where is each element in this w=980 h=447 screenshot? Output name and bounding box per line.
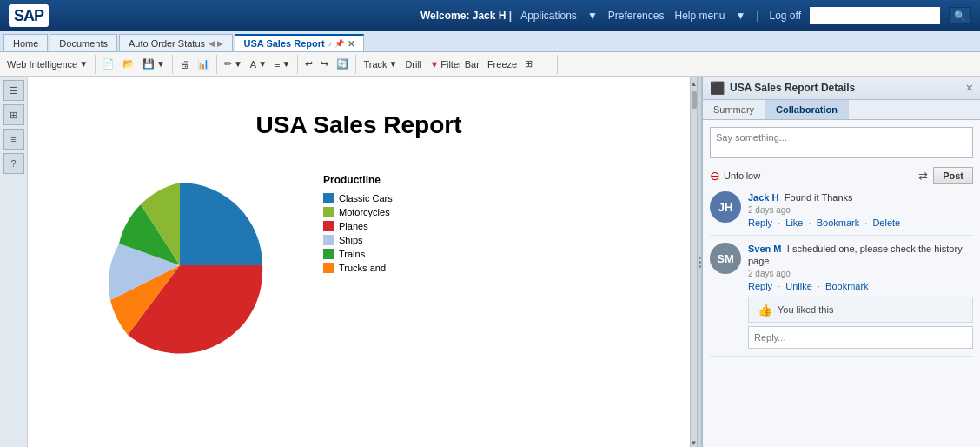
legend-item-motorcycles: Motorcycles [323, 207, 393, 217]
legend-title: Productline [323, 174, 393, 186]
applications-link[interactable]: Applications [520, 10, 577, 22]
delete-jack[interactable]: Delete [872, 217, 900, 228]
toolbar-group-track: Track ▼ Drill ▼ Filter Bar Freeze ⊞ ⋯ [360, 55, 558, 74]
left-sidebar: ☰ ⊞ ≡ ? [0, 77, 28, 447]
right-panel: ⬛ USA Sales Report Details × Summary Col… [702, 77, 980, 447]
chart-legend: Productline Classic Cars Motorcycles Pla… [323, 165, 393, 277]
unlike-sven[interactable]: Unlike [785, 281, 812, 291]
comment-time-sven: 2 days ago [748, 269, 973, 278]
sap-logo: SAP [9, 4, 49, 27]
main-content: ☰ ⊞ ≡ ? USA Sales Report [0, 77, 980, 447]
tab-auto-order-status[interactable]: Auto Order Status ◀ ▶ [119, 34, 233, 51]
legend-item-planes: Planes [323, 221, 393, 231]
refresh-collab-icon[interactable]: ⇄ [918, 170, 928, 183]
top-nav: Applications ▼ Preferences Help menu ▼ |… [520, 10, 801, 22]
forward-btn[interactable]: ↪ [317, 55, 332, 74]
new-btn[interactable]: 📄 [99, 55, 118, 74]
sidebar-icon-grid[interactable]: ⊞ [3, 104, 24, 125]
legend-item-trains: Trains [323, 249, 393, 259]
toolbar-group-nav: ↩ ↪ 🔄 [301, 55, 356, 74]
say-something-input[interactable] [710, 127, 973, 158]
toolbar-group-edit: ✏▼ A▼ ≡▼ [221, 55, 298, 74]
panel-tabs: Summary Collaboration [703, 100, 980, 120]
legend-color-trucks [323, 263, 334, 273]
user-name: Jack H [473, 10, 507, 22]
edit-btn[interactable]: ✏▼ [221, 55, 246, 74]
unfollow-button[interactable]: ⊖ Unfollow [710, 169, 760, 183]
scroll-thumb[interactable] [692, 91, 697, 109]
search-button[interactable]: 🔍 [949, 7, 971, 24]
legend-color-ships [323, 235, 334, 245]
tab-collaboration[interactable]: Collaboration [765, 100, 849, 119]
toolbar: Web Intelligence ▼ 📄 📂 💾▼ 🖨 📊 ✏▼ A▼ ≡▼ ↩… [0, 52, 980, 77]
drill-btn[interactable]: Drill [401, 55, 425, 74]
tab-usa-sales-report[interactable]: USA Sales Report ♪ 📌 ✕ [235, 34, 364, 51]
report-area: USA Sales Report [28, 77, 690, 447]
tab-summary[interactable]: Summary [703, 100, 765, 119]
reply-sven[interactable]: Reply [748, 281, 772, 291]
format-btn[interactable]: A▼ [247, 55, 270, 74]
logoff-link[interactable]: Log off [770, 10, 801, 22]
legend-label-planes: Planes [339, 221, 368, 231]
welcome-text: Welcome: Jack H | [420, 10, 512, 22]
panel-close-icon[interactable]: × [966, 81, 973, 95]
toolbar-group-print: 🖨 📊 [176, 55, 217, 74]
scroll-indicator: ▲ ▼ [690, 77, 697, 447]
legend-label-trucks: Trucks and [339, 263, 386, 273]
you-liked-block: 👍 You liked this [748, 297, 973, 323]
legend-label-ships: Ships [339, 235, 363, 245]
preferences-link[interactable]: Preferences [608, 10, 665, 22]
thumbs-up-icon: 👍 [758, 303, 772, 317]
sidebar-icon-list[interactable]: ≡ [3, 129, 24, 150]
reply-input[interactable] [748, 326, 973, 349]
comment-content-sven: Sven M I scheduled one, please check the… [748, 243, 973, 349]
tab-home[interactable]: Home [3, 34, 48, 51]
more-btn[interactable]: ⊞ [521, 55, 536, 74]
options-btn[interactable]: ⋯ [537, 55, 553, 74]
bookmark-sven[interactable]: Bookmark [825, 281, 869, 291]
export-btn[interactable]: 📊 [194, 55, 213, 74]
back-btn[interactable]: ↩ [301, 55, 316, 74]
sidebar-icon-help[interactable]: ? [3, 153, 24, 174]
legend-label-trains: Trains [339, 249, 365, 259]
welcome-prefix: Welcome: [420, 10, 469, 22]
legend-label-motorcycles: Motorcycles [339, 207, 390, 217]
data-btn[interactable]: ≡▼ [271, 55, 294, 74]
you-liked-text: You liked this [778, 304, 833, 315]
bookmark-jack[interactable]: Bookmark [817, 217, 860, 228]
save-btn[interactable]: 💾▼ [139, 55, 169, 74]
tab-documents[interactable]: Documents [50, 34, 117, 51]
post-button[interactable]: Post [933, 167, 973, 184]
comment-actions-sven: Reply · Unlike · Bookmark [748, 281, 973, 291]
legend-item-classic-cars: Classic Cars [323, 193, 393, 203]
toolbar-group-file: 📄 📂 💾▼ [99, 55, 173, 74]
search-input[interactable] [810, 7, 940, 24]
action-row: ⊖ Unfollow ⇄ Post [710, 167, 973, 184]
right-panel-header: ⬛ USA Sales Report Details × [703, 77, 980, 100]
report-title: USA Sales Report [28, 111, 690, 139]
legend-label-classic-cars: Classic Cars [339, 193, 393, 203]
filter-bar-btn[interactable]: ▼ Filter Bar [426, 55, 483, 74]
comment-author-jack: Jack H [748, 192, 778, 203]
sidebar-icon-nav[interactable]: ☰ [3, 80, 24, 101]
freeze-btn[interactable]: Freeze [484, 55, 520, 74]
track-btn[interactable]: Track ▼ [360, 55, 401, 74]
refresh-btn[interactable]: 🔄 [333, 55, 352, 74]
tab-close-icon[interactable]: ✕ [348, 39, 354, 49]
open-btn[interactable]: 📂 [119, 55, 138, 74]
legend-color-trains [323, 249, 334, 259]
comment-sven: SM Sven M I scheduled one, please check … [710, 243, 973, 357]
top-bar: SAP Welcome: Jack H | Applications ▼ Pre… [0, 0, 980, 31]
toolbar-group-wi: Web Intelligence ▼ [3, 55, 96, 74]
comment-actions-jack: Reply · Like · Bookmark · Delete [748, 217, 973, 228]
like-jack[interactable]: Like [785, 217, 803, 228]
print-btn[interactable]: 🖨 [176, 55, 193, 74]
comment-time-jack: 2 days ago [748, 205, 973, 215]
avatar-jack: JH [710, 191, 741, 223]
legend-color-planes [323, 221, 334, 231]
collaboration-area: ⊖ Unfollow ⇄ Post JH Jack H Found it Tha… [703, 120, 980, 447]
web-intelligence-btn[interactable]: Web Intelligence ▼ [3, 55, 91, 74]
panel-icon: ⬛ [710, 81, 725, 95]
help-menu-link[interactable]: Help menu [674, 10, 725, 22]
reply-jack[interactable]: Reply [748, 217, 772, 228]
